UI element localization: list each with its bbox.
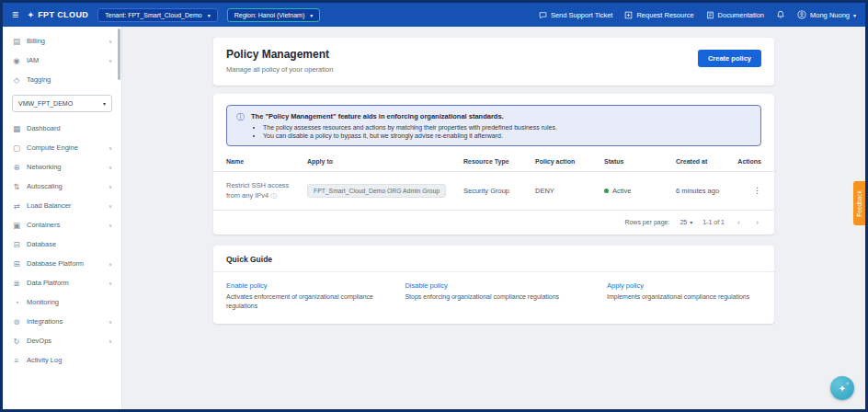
created-at-cell: 6 minutes ago	[676, 187, 734, 195]
chevron-down-icon: ▾	[208, 12, 211, 18]
project-selector[interactable]: VMW_FPT_DEMO ▾	[12, 95, 112, 112]
notifications-bell-icon[interactable]	[776, 10, 785, 19]
resource-type-cell: Security Group	[463, 187, 535, 195]
logo-text: FPT CLOUD	[38, 10, 88, 19]
autoscaling-icon: ⇅	[12, 182, 21, 191]
status-badge: Active	[612, 187, 631, 195]
request-resource-label: Request Resource	[636, 11, 693, 19]
chevron-down-icon: ∨	[108, 165, 112, 170]
policy-action-cell: DENY	[535, 187, 604, 195]
main-content: Policy Management Manage all policy of y…	[122, 27, 865, 409]
chevron-down-icon: ∨	[108, 261, 112, 267]
billing-icon: ▤	[12, 37, 21, 46]
table-row: Restrict SSH access from any IPv4 ⓘ FPT_…	[213, 172, 774, 211]
status-active-dot	[604, 189, 609, 193]
sidebar-item-tagging[interactable]: ◇ Tagging	[3, 70, 121, 89]
apply-policy-description: Implements organizational compliance reg…	[607, 292, 761, 303]
compute-engine-icon: ▢	[12, 143, 21, 153]
page-header-card: Policy Management Manage all policy of y…	[213, 38, 774, 86]
user-avatar-icon	[797, 10, 806, 19]
col-header-name: Name	[226, 158, 307, 165]
info-alert: ⓘ The "Policy Management" feature aids i…	[226, 105, 761, 146]
create-policy-button[interactable]: Create policy	[698, 50, 761, 67]
apply-policy-link[interactable]: Apply policy	[607, 281, 761, 290]
sidebar-item-database-platform[interactable]: ⊞ Database Platform ∨	[3, 254, 121, 273]
sidebar-item-data-platform[interactable]: ≣ Data Platform ∨	[3, 273, 121, 292]
rows-per-page-label: Rows per page:	[624, 219, 669, 225]
table-header-row: Name Apply to Resource Type Policy actio…	[213, 158, 774, 172]
rows-per-page-select[interactable]: 25 ▾	[680, 219, 692, 225]
chevron-down-icon: ∨	[108, 58, 112, 63]
alert-bullet: You can disable a policy to bypass it, b…	[263, 132, 557, 139]
activity-log-icon: ≡	[12, 356, 21, 365]
col-header-actions: Actions	[734, 158, 761, 165]
iam-icon: ◉	[12, 56, 21, 65]
enable-policy-link[interactable]: Enable policy	[226, 281, 388, 290]
row-actions-kebab-icon[interactable]: ⋮	[734, 186, 761, 195]
col-header-policy-action: Policy action	[535, 158, 604, 165]
containers-icon: ▣	[12, 221, 21, 230]
sidebar-item-monitoring[interactable]: ◔ Monitoring	[3, 292, 121, 312]
sidebar-item-iam[interactable]: ◉ IAM ∨	[3, 51, 121, 70]
request-resource-icon	[624, 11, 633, 19]
info-icon[interactable]: ⓘ	[270, 192, 277, 199]
user-menu[interactable]: Mong Nuong ▾	[797, 10, 856, 19]
sidebar-item-dashboard[interactable]: ▦ Dashboard	[3, 119, 121, 138]
feedback-label: Feedback	[856, 190, 862, 217]
sidebar-item-billing[interactable]: ▤ Billing ∨	[3, 31, 121, 51]
chevron-down-icon: ∨	[108, 184, 112, 189]
documentation-link[interactable]: Documentation	[706, 11, 764, 19]
policy-table: Name Apply to Resource Type Policy actio…	[213, 158, 774, 235]
documentation-icon	[706, 11, 714, 19]
dashboard-icon: ▦	[12, 124, 21, 133]
documentation-label: Documentation	[718, 11, 764, 19]
pagination-range: 1-1 of 1	[702, 219, 725, 225]
sidebar-item-integrations[interactable]: ⊚ Integrations ∨	[3, 312, 121, 331]
region-label: Region: Hanoi (Vietnam)	[234, 12, 305, 18]
devops-icon: ↻	[12, 337, 21, 346]
sidebar-item-autoscaling[interactable]: ⇅ Autoscaling ∨	[3, 177, 121, 196]
tenant-selector[interactable]: Tenant: FPT_Smart_Cloud_Demo ▾	[97, 8, 217, 22]
alert-title: The "Policy Management" feature aids in …	[251, 112, 557, 120]
chevron-down-icon: ∨	[108, 319, 112, 325]
apply-to-cell: FPT_Smart_Cloud_Demo ORG Admin Group	[307, 184, 463, 198]
policy-panel-card: ⓘ The "Policy Management" feature aids i…	[213, 94, 774, 235]
sparkle-small-icon: ✧	[845, 380, 850, 386]
sidebar-navigation: ▤ Billing ∨ ◉ IAM ∨ ◇ Tagging VMW_FPT_DE…	[3, 27, 122, 409]
database-icon: ⊟	[12, 240, 21, 249]
sidebar-scrollbar[interactable]	[118, 29, 120, 80]
load-balancer-icon: ⇄	[12, 201, 21, 211]
tenant-label: Tenant: FPT_Smart_Cloud_Demo	[105, 12, 201, 18]
region-selector[interactable]: Region: Hanoi (Vietnam) ▾	[227, 8, 321, 22]
sidebar-item-activity-log[interactable]: ≡ Activity Log	[3, 350, 121, 370]
sidebar-item-containers[interactable]: ▣ Containers ∨	[3, 215, 121, 235]
chevron-down-icon: ∨	[108, 145, 112, 151]
quick-guide-item-apply: Apply policy Implements organizational c…	[607, 281, 761, 312]
monitoring-icon: ◔	[12, 298, 21, 307]
previous-page-button[interactable]: ‹	[735, 218, 743, 227]
database-platform-icon: ⊞	[12, 259, 21, 269]
sidebar-item-database[interactable]: ⊟ Database	[3, 235, 121, 254]
quick-guide-title: Quick Guide	[213, 255, 774, 272]
enable-policy-description: Activates enforcement of organizational …	[226, 292, 388, 312]
status-cell: Active	[604, 187, 676, 195]
col-header-apply-to: Apply to	[307, 158, 463, 165]
topbar-actions: Send Support Ticket Request Resource Doc…	[539, 10, 856, 19]
page-subtitle: Manage all policy of your operation	[226, 65, 333, 74]
send-support-ticket-label: Send Support Ticket	[551, 11, 613, 19]
app-window: ≡ ✦ FPT CLOUD Tenant: FPT_Smart_Cloud_De…	[0, 0, 868, 412]
chat-assistant-button[interactable]: ✦ ✧	[830, 376, 854, 400]
send-support-ticket-link[interactable]: Send Support Ticket	[539, 11, 613, 19]
feedback-tab[interactable]: Feedback	[853, 181, 865, 225]
chevron-down-icon: ∨	[108, 223, 112, 228]
sidebar-item-networking[interactable]: ⊕ Networking ∨	[3, 157, 121, 177]
sidebar-item-compute-engine[interactable]: ▢ Compute Engine ∨	[3, 138, 121, 157]
data-platform-icon: ≣	[12, 279, 21, 288]
request-resource-link[interactable]: Request Resource	[624, 11, 693, 19]
sidebar-item-load-balancer[interactable]: ⇄ Load Balancer ∨	[3, 196, 121, 215]
disable-policy-link[interactable]: Disable policy	[405, 281, 590, 290]
next-page-button[interactable]: ›	[753, 218, 761, 227]
hamburger-menu-icon[interactable]: ≡	[12, 9, 18, 20]
sidebar-item-devops[interactable]: ↻ DevOps ∨	[3, 331, 121, 350]
alert-bullet: The policy assesses resources and action…	[263, 124, 557, 131]
